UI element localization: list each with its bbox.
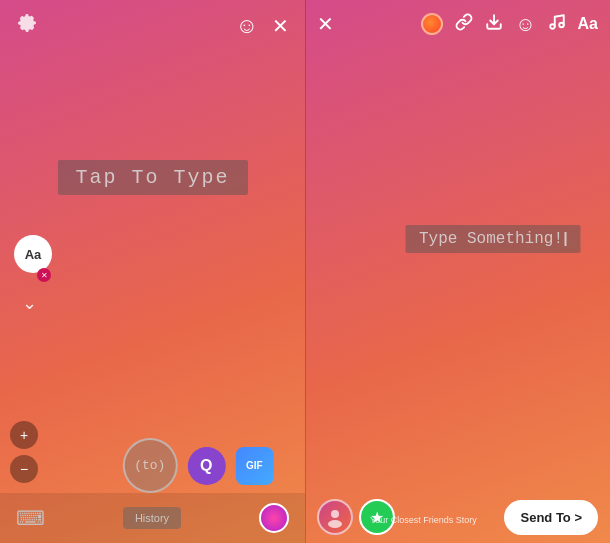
stickers-row: (to) Q GIF	[122, 438, 273, 493]
right-top-icons: ☺ Aa	[421, 13, 598, 36]
avatar-user[interactable]	[317, 499, 353, 535]
tap-to-type-label[interactable]: Tap To Type	[57, 160, 247, 195]
chevron-down-icon[interactable]: ⌄	[22, 292, 37, 314]
svg-point-3	[559, 23, 564, 28]
right-panel: ✕ ☺	[305, 0, 610, 543]
link-icon[interactable]	[455, 13, 473, 36]
left-tools: + −	[10, 421, 38, 483]
color-mode-icon[interactable]	[421, 13, 443, 35]
left-bottom-bar: ⌨ History	[0, 493, 305, 543]
face-sticker-icon[interactable]: ☺	[236, 13, 258, 39]
svg-point-2	[550, 24, 555, 29]
aa-badge[interactable]: Aa	[14, 235, 52, 273]
minus-button[interactable]: −	[10, 455, 38, 483]
settings-icon[interactable]	[16, 12, 38, 40]
left-panel: ☺ ✕ Tap To Type Aa ✕ ⌄ + − (to) Q GIF ⌨ …	[0, 0, 305, 543]
close-icon-left[interactable]: ✕	[272, 14, 289, 38]
color-picker[interactable]	[259, 503, 289, 533]
text-cursor	[564, 232, 566, 246]
panel-divider	[305, 0, 306, 543]
history-button[interactable]: History	[123, 507, 181, 529]
sticker-q[interactable]: Q	[187, 447, 225, 485]
sticker-gif[interactable]: GIF	[235, 447, 273, 485]
svg-point-4	[331, 510, 339, 518]
sticker-to[interactable]: (to)	[122, 438, 177, 493]
right-top-bar: ✕ ☺	[305, 0, 610, 48]
face-icon-right[interactable]: ☺	[515, 13, 535, 36]
add-button[interactable]: +	[10, 421, 38, 449]
aa-label: Aa	[25, 247, 42, 262]
left-top-right: ☺ ✕	[236, 13, 289, 39]
story-label: Your Closest Friends Story	[370, 515, 477, 525]
close-icon-right[interactable]: ✕	[317, 12, 334, 36]
aa-close-button[interactable]: ✕	[37, 268, 51, 282]
download-icon[interactable]	[485, 13, 503, 36]
text-icon[interactable]: Aa	[578, 15, 598, 33]
music-icon[interactable]	[548, 13, 566, 35]
type-something-input[interactable]: Type Something!	[405, 225, 580, 253]
keyboard-icon[interactable]: ⌨	[16, 506, 45, 530]
send-to-button[interactable]: Send To >	[504, 500, 598, 535]
svg-point-5	[328, 520, 342, 528]
right-bottom-bar: ★ Your Closest Friends Story Send To >	[305, 491, 610, 543]
left-top-bar: ☺ ✕	[0, 0, 305, 52]
